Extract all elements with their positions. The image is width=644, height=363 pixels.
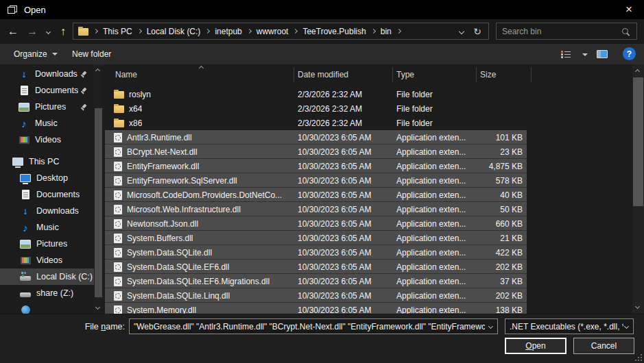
file-row[interactable]: Microsoft.Web.Infrastructure.dll10/30/20…	[105, 202, 527, 216]
size-cell: 40 KB	[476, 190, 527, 200]
help-icon[interactable]: ?	[623, 47, 636, 60]
new-folder-button[interactable]: New folder	[72, 44, 111, 64]
file-row[interactable]: System.Data.SQLite.EF6.Migrations.dll10/…	[105, 274, 527, 288]
sidebar-item-downloads[interactable]: Downloads	[0, 66, 94, 82]
column-header-size[interactable]: Size	[480, 70, 496, 79]
pin-icon	[80, 103, 88, 111]
up-icon[interactable]: ↑	[55, 19, 71, 44]
file-row[interactable]: System.Buffers.dll10/30/2023 6:05 AMAppl…	[105, 231, 527, 245]
size-cell: 4,875 KB	[476, 162, 527, 171]
organize-button[interactable]: Organize	[14, 44, 58, 64]
sidebar-item-music[interactable]: Music	[0, 115, 94, 132]
file-row[interactable]: Antlr3.Runtime.dll10/30/2023 6:05 AMAppl…	[105, 130, 527, 145]
sidebar-item-label: Pictures	[35, 102, 66, 112]
file-row[interactable]: System.Data.SQLite.dll10/30/2023 6:05 AM…	[105, 245, 527, 260]
forward-icon[interactable]: →	[23, 19, 41, 44]
sidebar-item-videos[interactable]: Videos	[0, 132, 94, 148]
organize-label: Organize	[14, 49, 47, 59]
column-header-type[interactable]: Type	[396, 70, 414, 79]
scrollbar-thumb[interactable]	[633, 77, 643, 206]
file-name-cell: Antlr3.Runtime.dll	[105, 133, 294, 142]
file-row[interactable]: EntityFramework.dll10/30/2023 6:05 AMApp…	[105, 159, 527, 173]
sidebar-item-pictures[interactable]: Pictures	[0, 236, 94, 252]
open-file-dialog: Open × ← → ↑ This PCLocal Disk (C:)inetp…	[0, 0, 644, 363]
scroll-down-icon[interactable]	[95, 305, 100, 310]
column-divider[interactable]	[392, 67, 393, 82]
breadcrumb-item-inetpub[interactable]: inetpub	[210, 27, 246, 36]
file-row[interactable]: EntityFramework.SqlServer.dll10/30/2023 …	[105, 173, 527, 188]
file-row[interactable]: BCrypt.Net-Next.dll10/30/2023 6:05 AMApp…	[105, 145, 527, 159]
breadcrumb-item-this-pc[interactable]: This PC	[98, 27, 137, 36]
sidebar-scrollbar[interactable]	[94, 64, 103, 314]
file-name-cell: System.Data.SQLite.EF6.dll	[105, 262, 294, 272]
address-bar[interactable]: This PCLocal Disk (C:)inetpubwwwrootTeeT…	[73, 23, 489, 40]
dll-icon	[114, 248, 122, 258]
column-divider[interactable]	[294, 67, 294, 82]
breadcrumb-item-bin[interactable]: bin	[376, 27, 396, 36]
breadcrumb-separator-icon	[137, 29, 142, 34]
sidebar-item-pictures[interactable]: Pictures	[0, 99, 94, 115]
scrollbar-thumb[interactable]	[95, 108, 102, 297]
date-modified-cell: 10/30/2023 6:05 AM	[294, 190, 392, 200]
open-button[interactable]: Open	[505, 338, 567, 354]
sidebar-item-downloads[interactable]: Downloads	[0, 203, 94, 219]
sidebar-item-local-disk-c[interactable]: Local Disk (C:)	[0, 268, 94, 285]
file-name: System.Data.SQLite.Linq.dll	[127, 291, 230, 301]
type-cell: Application exten...	[392, 234, 476, 243]
file-row[interactable]: Microsoft.CodeDom.Providers.DotNetCo...1…	[105, 188, 527, 202]
size-cell: 23 KB	[476, 147, 527, 157]
file-row[interactable]: System.Memory.dll10/30/2023 6:05 AMAppli…	[105, 303, 527, 314]
file-row[interactable]: x862/3/2026 2:32 AMFile folder	[105, 116, 527, 130]
scroll-up-icon[interactable]	[635, 69, 640, 74]
file-name-input[interactable]	[130, 322, 488, 331]
file-name-cell: System.Memory.dll	[105, 305, 294, 314]
recent-locations-icon[interactable]	[43, 19, 53, 44]
column-divider[interactable]	[531, 67, 532, 82]
this-pc-icon	[12, 156, 23, 167]
search-input[interactable]	[497, 27, 622, 36]
sidebar-item-documents[interactable]: Documents	[0, 186, 94, 203]
column-divider[interactable]	[476, 67, 477, 82]
breadcrumb-item-teetrove-publish[interactable]: TeeTrove.Publish	[298, 27, 370, 36]
breadcrumb-item-local-disk-c[interactable]: Local Disk (C:)	[142, 27, 206, 36]
file-row[interactable]: System.Data.SQLite.EF6.dll10/30/2023 6:0…	[105, 260, 527, 274]
sidebar-item-label: Videos	[36, 255, 62, 265]
scroll-up-icon[interactable]	[95, 68, 100, 73]
sidebar-item-label: Documents	[35, 86, 78, 95]
type-cell: File folder	[392, 104, 476, 114]
sidebar-item-documents[interactable]: Documents	[0, 82, 94, 99]
details-view-icon[interactable]	[561, 51, 571, 58]
close-icon[interactable]: ×	[614, 0, 644, 19]
sidebar-item-this-pc[interactable]: This PC	[0, 153, 94, 170]
cancel-button[interactable]: Cancel	[573, 338, 634, 354]
file-row[interactable]: x642/3/2026 2:32 AMFile folder	[105, 101, 527, 116]
size-cell: 101 KB	[476, 133, 527, 142]
preview-pane-icon[interactable]	[597, 50, 608, 58]
column-header-date-modified[interactable]: Date modified	[298, 70, 348, 79]
search-icon[interactable]	[622, 28, 628, 34]
music-icon	[19, 118, 29, 129]
sidebar-item-network[interactable]	[0, 301, 94, 314]
sidebar-item-videos[interactable]: Videos	[0, 252, 94, 268]
chevron-down-icon[interactable]	[488, 324, 493, 329]
file-type-filter-dropdown[interactable]: .NET Executables (*.exe, *.dll, *.	[505, 318, 634, 334]
file-name: roslyn	[129, 90, 151, 99]
sidebar-item-desktop[interactable]: Desktop	[0, 170, 94, 186]
scroll-down-icon[interactable]	[635, 304, 640, 309]
sidebar-item-share-z[interactable]: share (Z:)	[0, 285, 94, 301]
refresh-icon[interactable]: ↻	[473, 26, 481, 37]
date-modified-cell: 10/30/2023 6:05 AM	[294, 176, 392, 186]
music-icon	[20, 222, 31, 233]
file-list-scrollbar[interactable]	[632, 64, 644, 314]
address-dropdown-icon[interactable]	[459, 28, 464, 34]
view-options-chevron-icon[interactable]	[582, 53, 588, 56]
file-row[interactable]: System.Data.SQLite.Linq.dll10/30/2023 6:…	[105, 288, 527, 303]
column-header-name[interactable]: Name	[115, 70, 137, 79]
back-icon[interactable]: ←	[4, 19, 22, 44]
file-row[interactable]: roslyn2/3/2026 2:32 AMFile folder	[105, 87, 527, 101]
resize-grip[interactable]	[634, 353, 643, 362]
sidebar-item-music[interactable]: Music	[0, 219, 94, 236]
file-row[interactable]: Newtonsoft.Json.dll10/30/2023 6:05 AMApp…	[105, 216, 527, 231]
breadcrumb-item-wwwroot[interactable]: wwwroot	[252, 27, 294, 36]
sidebar-item-label: Local Disk (C:)	[36, 272, 93, 281]
